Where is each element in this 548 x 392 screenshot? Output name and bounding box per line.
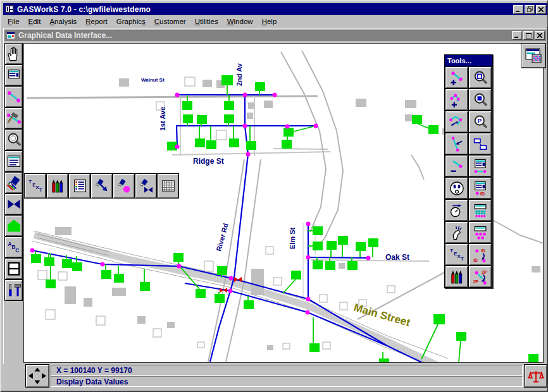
zoom-in-button[interactable]	[468, 89, 492, 111]
pan-button[interactable]	[4, 43, 23, 64]
grid-button[interactable]	[157, 173, 179, 199]
pan-arrow-pad[interactable]	[25, 364, 49, 388]
zoom-button[interactable]	[4, 129, 23, 150]
customer-square[interactable]	[246, 141, 256, 150]
customer-square[interactable]	[229, 138, 239, 147]
node-dot[interactable]	[366, 256, 371, 260]
customer-square[interactable]	[46, 279, 56, 288]
menu-item-edit[interactable]: Edit	[24, 16, 46, 27]
customer-square[interactable]	[72, 262, 82, 271]
customer-square[interactable]	[114, 274, 124, 283]
node-report-button[interactable]: ID	[468, 177, 492, 199]
draw-valve-button[interactable]	[135, 173, 157, 199]
customer-square[interactable]	[368, 238, 378, 247]
customer-square[interactable]	[433, 314, 445, 324]
customer-square[interactable]	[255, 82, 265, 91]
customer-square[interactable]	[217, 266, 227, 275]
customer-button[interactable]	[4, 215, 23, 236]
customer-square[interactable]	[215, 294, 225, 303]
node-dot[interactable]	[306, 297, 311, 302]
utilities-button[interactable]	[4, 279, 23, 301]
zoom-window-button[interactable]	[468, 66, 492, 89]
restore-button[interactable]	[525, 5, 535, 14]
node-dot[interactable]	[30, 248, 35, 253]
node-dot[interactable]	[246, 152, 251, 157]
menu-item-utilities[interactable]: Utilities	[190, 16, 223, 27]
tools-palette-title[interactable]: Tools...	[445, 55, 492, 66]
customer-square[interactable]	[31, 254, 41, 263]
minimize-button[interactable]	[513, 5, 523, 14]
node-dot[interactable]	[306, 255, 311, 260]
customer-square[interactable]	[183, 114, 193, 123]
customer-square[interactable]	[528, 354, 539, 362]
node-dot[interactable]	[175, 93, 180, 97]
customer-square[interactable]	[224, 101, 234, 110]
node-dot[interactable]	[306, 222, 311, 226]
customer-square[interactable]	[309, 343, 320, 352]
menu-item-analysis[interactable]: Analysis	[45, 16, 81, 27]
customer-square[interactable]	[224, 114, 234, 123]
customer-square[interactable]	[291, 271, 301, 279]
node-dot[interactable]	[228, 289, 233, 293]
customer-square[interactable]	[313, 242, 323, 250]
customer-square[interactable]	[182, 101, 192, 110]
snap-nodes-button[interactable]	[445, 221, 468, 243]
customer-square[interactable]	[313, 260, 323, 269]
snap-to-pipe-button[interactable]	[445, 133, 468, 155]
customer-square[interactable]	[62, 259, 72, 268]
menu-item-report[interactable]: Report	[81, 16, 112, 27]
add-polyline-pipe-button[interactable]	[445, 89, 468, 111]
valve-button[interactable]	[4, 193, 23, 215]
node-dot[interactable]	[243, 93, 247, 97]
pipe-report-button[interactable]	[468, 155, 492, 177]
add-text-button[interactable]: TEXT	[24, 173, 46, 199]
node-data-table-button[interactable]	[468, 221, 492, 243]
node-dot[interactable]	[175, 145, 180, 149]
customer-square[interactable]	[327, 241, 337, 250]
list-button[interactable]	[4, 150, 23, 172]
zoom-previous-button[interactable]: P	[468, 111, 492, 133]
customer-square[interactable]	[356, 242, 366, 251]
menu-item-file[interactable]: File	[3, 16, 24, 27]
node-dot[interactable]	[314, 124, 318, 128]
node-dot[interactable]	[273, 93, 277, 97]
text-button[interactable]: ABC	[4, 236, 23, 258]
customer-square[interactable]	[206, 140, 216, 149]
display-options-button[interactable]	[4, 172, 23, 193]
color-by-value-button[interactable]	[445, 266, 468, 288]
delete-pipe-button[interactable]	[445, 155, 468, 177]
customer-square[interactable]	[428, 125, 439, 134]
customer-square[interactable]	[313, 226, 323, 235]
menu-item-help[interactable]: Help	[258, 16, 282, 27]
customer-square[interactable]	[456, 332, 466, 341]
menu-item-customer[interactable]: Customer	[150, 16, 190, 27]
node-display-button[interactable]	[445, 177, 468, 199]
move-window-button[interactable]	[468, 133, 492, 155]
legend-button[interactable]	[68, 173, 90, 199]
customer-square[interactable]	[101, 270, 111, 279]
edit-pipe-button[interactable]	[4, 107, 23, 129]
customer-square[interactable]	[244, 300, 254, 309]
customer-square[interactable]	[140, 282, 150, 291]
customer-square[interactable]	[195, 138, 205, 147]
customer-square[interactable]	[283, 128, 294, 137]
draw-symbol-button[interactable]	[113, 173, 135, 199]
customer-square[interactable]	[347, 261, 358, 270]
menu-item-graphics[interactable]: Graphics	[112, 16, 150, 27]
node-dot[interactable]	[285, 125, 290, 129]
draw-pipe-button[interactable]	[4, 86, 23, 107]
node-dot[interactable]	[229, 276, 234, 281]
draw-arrow-button[interactable]	[90, 173, 113, 199]
node-dot[interactable]	[177, 264, 182, 269]
customer-square[interactable]	[325, 261, 335, 270]
swap-node-id-button[interactable]: IDID	[468, 243, 492, 266]
node-dot[interactable]	[306, 310, 310, 315]
scale-button[interactable]	[524, 364, 547, 388]
color-display-button[interactable]	[46, 173, 68, 199]
close-button[interactable]	[536, 5, 546, 14]
report-button[interactable]	[4, 64, 23, 86]
measure-pipe-button[interactable]	[445, 111, 468, 133]
customer-square[interactable]	[221, 75, 233, 85]
customer-square[interactable]	[44, 257, 54, 266]
tools-window-button[interactable]	[521, 43, 546, 68]
